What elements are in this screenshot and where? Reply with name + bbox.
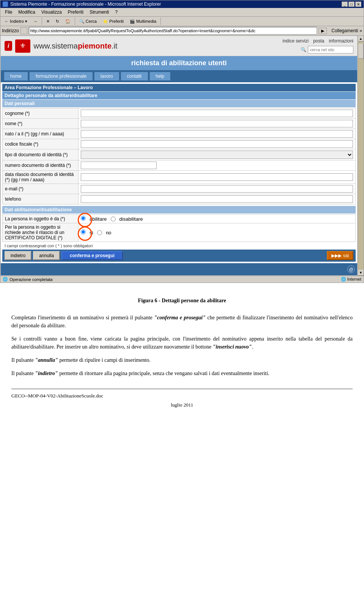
browser-main: i ⚜ www.sistemapiemonte.it indice serviz… <box>0 36 358 276</box>
input-telefono[interactable] <box>81 195 353 203</box>
paragraph-1: Completato l'inserimento di un nominativ… <box>11 314 353 330</box>
footer-filename: GECO--MOP-04-V02-AbilitazioneScuole.doc <box>11 392 103 400</box>
radio-highlight-container <box>81 216 86 222</box>
input-email[interactable] <box>81 185 353 193</box>
label-codice-fiscale: codice fiscale (*) <box>3 139 78 149</box>
menu-modifica[interactable]: Modifica <box>15 9 38 16</box>
window-controls: _ □ ✕ <box>342 2 361 7</box>
site-logo-text-piemonte: piemonte <box>78 42 111 50</box>
input-codice-fiscale[interactable] <box>81 140 353 148</box>
toolbar-separator-1 <box>42 17 42 25</box>
menu-visualizza[interactable]: Visualizza <box>38 9 65 16</box>
mandatory-note: I campi contrassegnati con ( * ) sono ob… <box>2 242 356 250</box>
status-bar: 🌐 Operazione completata 🌐 Internet <box>0 276 364 283</box>
input-cognome[interactable] <box>81 110 353 117</box>
radio-row-abilitate: abilitare disabilitare <box>81 216 353 222</box>
paragraph-3: Il pulsante "annulla" permette di ripuli… <box>11 356 353 364</box>
label-disabilitare: disabilitare <box>119 216 143 222</box>
input-cell-data-rilascio <box>78 171 356 184</box>
input-cell-nome <box>78 119 356 129</box>
menu-strumenti[interactable]: Strumenti <box>86 9 112 16</box>
preferiti-button[interactable]: ⭐ Preferiti <box>100 18 126 25</box>
forward-button[interactable]: → <box>31 18 40 25</box>
stop-button[interactable]: ✕ <box>44 18 52 25</box>
radio-certificato-no[interactable] <box>97 230 102 235</box>
site-wrapper: i ⚜ www.sistemapiemonte.it indice serviz… <box>0 36 358 276</box>
maximize-button[interactable]: □ <box>348 2 355 7</box>
input-nome[interactable] <box>81 120 353 127</box>
label-nome: nome (*) <box>3 119 78 129</box>
input-cell-nato <box>78 129 356 139</box>
nav-formazione[interactable]: formazione professionale <box>29 72 93 81</box>
site-logo-text-area: www.sistemapiemonte.it <box>33 42 117 50</box>
nav-indice-servizi[interactable]: indice servizi <box>282 38 309 44</box>
site-header: i ⚜ www.sistemapiemonte.it indice serviz… <box>1 36 357 56</box>
back-button[interactable]: ← Indietro ▾ <box>2 18 30 25</box>
menu-preferiti[interactable]: Preferiti <box>65 9 86 16</box>
address-input[interactable] <box>29 27 317 35</box>
site-title-bar: richiesta di abilitazione utenti <box>1 56 357 70</box>
status-page-icon: 🌐 <box>3 277 8 282</box>
nav-lavoro[interactable]: lavoro <box>94 72 119 81</box>
nav-posta[interactable]: posta <box>313 38 324 44</box>
conferma-button[interactable]: conferma e prosegui <box>61 251 123 260</box>
figure-caption: Figura 6 - Dettagli persone da abilitare <box>11 297 353 305</box>
table-row: numero documento di identità (*) <box>3 160 356 171</box>
label-telefono: telefono <box>3 194 78 204</box>
section-detail-title: Dettaglio personale da abilitare/disabil… <box>2 92 356 99</box>
minimize-button[interactable]: _ <box>342 2 348 7</box>
status-left: 🌐 Operazione completata <box>3 277 53 282</box>
content-area: Area Formazione Professionale – Lavoro D… <box>1 82 357 263</box>
site-logo-area: i ⚜ www.sistemapiemonte.it <box>5 39 118 53</box>
menu-bar: File Modifica Visualizza Preferiti Strum… <box>0 8 364 17</box>
site-nav-links: indice servizi posta informazioni <box>282 38 353 44</box>
label-si: sì <box>89 230 93 236</box>
search-input[interactable] <box>308 46 353 53</box>
label-email: e-mail (*) <box>3 184 78 194</box>
nav-help[interactable]: help <box>149 72 171 81</box>
nav-informazioni[interactable]: informazioni <box>329 38 353 44</box>
nav-contatti[interactable]: contatti <box>121 72 148 81</box>
input-data-rilascio[interactable] <box>81 173 353 181</box>
indietro-button[interactable]: indietro <box>5 251 31 260</box>
links-label: Collegamenti <box>331 28 358 33</box>
vai-button[interactable]: ▶▶▶ vai <box>327 251 353 260</box>
paragraph-4: Il pulsante "indietro" permette di ritor… <box>11 369 353 377</box>
input-cell-codice-fiscale <box>78 139 356 149</box>
scrollbar-track <box>358 42 364 270</box>
radio-disabilitare[interactable] <box>111 217 116 221</box>
label-nato: nato / a il (*) (gg / mm / aaaa) <box>3 129 78 139</box>
site-footer: @ <box>1 263 357 275</box>
annulla-button[interactable]: annulla <box>33 251 60 260</box>
title-bar: Sistema Piemonte - Formazione profession… <box>0 0 364 8</box>
close-button[interactable]: ✕ <box>355 2 361 7</box>
radio-abilitare[interactable] <box>81 216 86 221</box>
input-numero-documento[interactable] <box>81 162 157 169</box>
toolbar: ← Indietro ▾ → ✕ ↻ 🏠 🔍 Cerca ⭐ Preferiti… <box>0 17 364 26</box>
scroll-up-button[interactable]: ▲ <box>358 36 364 42</box>
window-title: Sistema Piemonte - Formazione profession… <box>10 2 161 7</box>
menu-file[interactable]: File <box>2 9 15 16</box>
search-button[interactable]: 🔍 Cerca <box>77 18 99 25</box>
region-logo: ⚜ <box>15 39 30 53</box>
input-cell-persona-da: abilitare disabilitare <box>78 215 356 223</box>
menu-help[interactable]: ? <box>112 9 121 16</box>
radio-highlight-container-2 <box>81 229 86 236</box>
vai-label: vai <box>343 253 349 258</box>
select-tipo-documento[interactable]: Carta d'identità Passaporto Patente <box>81 151 353 159</box>
status-zone-icon: 🌐 <box>341 277 346 281</box>
table-row: telefono <box>3 194 356 204</box>
input-nato[interactable] <box>81 130 353 138</box>
nav-home[interactable]: home <box>4 72 28 81</box>
site-search: 🔍 <box>301 46 353 53</box>
scroll-down-button[interactable]: ▼ <box>358 270 364 276</box>
radio-certificato-si[interactable] <box>81 229 86 234</box>
home-button[interactable]: 🏠 <box>63 18 73 25</box>
scrollbar-thumb[interactable] <box>358 44 364 59</box>
button-row: indietro annulla conferma e prosegui ▶▶▶… <box>2 250 356 262</box>
refresh-button[interactable]: ↻ <box>53 18 62 25</box>
input-cell-tipo-documento: Carta d'identità Passaporto Patente <box>78 149 356 160</box>
site-logo-i-letter: i <box>8 42 9 49</box>
multimedia-button[interactable]: 🎬 Multimedia <box>127 18 159 25</box>
address-go-button[interactable]: ▶ <box>318 28 327 34</box>
